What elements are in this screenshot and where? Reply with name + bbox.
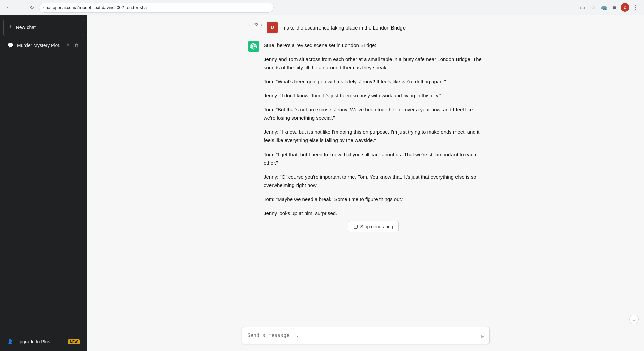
ai-para-6: Jenny: "Of course you're important to me… (264, 173, 483, 190)
new-chat-button[interactable]: + New chat (3, 19, 84, 36)
reload-button[interactable]: ↻ (27, 3, 36, 12)
chat-item-actions: ✎ 🗑 (65, 42, 80, 48)
ai-para-1: Tom: "What's been going on with us latel… (264, 77, 483, 86)
send-button[interactable]: ➤ (479, 332, 486, 341)
delete-chat-button[interactable]: 🗑 (73, 42, 80, 48)
nav-buttons: ← → ↻ (4, 3, 36, 12)
ai-avatar (248, 41, 259, 52)
app-container: + New chat 💬 Murder Mystery Plot. ✎ 🗑 👤 … (0, 15, 644, 351)
browser-chrome: ← → ↻ chat.openai.com/?model=text-davinc… (0, 0, 644, 15)
address-bar[interactable]: chat.openai.com/?model=text-davinci-002-… (39, 3, 274, 13)
extensions-button[interactable]: 🦏 (599, 3, 608, 12)
prev-message-arrow[interactable]: ‹ (248, 22, 250, 27)
sidebar: + New chat 💬 Murder Mystery Plot. ✎ 🗑 👤 … (0, 15, 87, 351)
ai-para-8: Jenny looks up at him, surprised. (264, 209, 483, 218)
url-text: chat.openai.com/?model=text-davinci-002-… (43, 5, 147, 10)
user-avatar: D (267, 22, 278, 33)
ai-intro: Sure, here's a revised scene set in Lond… (264, 41, 483, 50)
main-content: ‹ 2/2 › D make the occurrence taking pla… (87, 15, 644, 351)
message-group: ‹ 2/2 › D make the occurrence taking pla… (241, 22, 490, 232)
new-chat-label: New chat (16, 25, 36, 30)
ai-para-4: Jenny: "I know, but it's not like I'm do… (264, 128, 483, 145)
menu-button[interactable]: ⋮ (631, 3, 640, 12)
user-icon: 👤 (7, 339, 13, 344)
ai-message-content: Sure, here's a revised scene set in Lond… (264, 41, 483, 232)
chat-item-label: Murder Mystery Plot. (17, 43, 62, 48)
chat-item-murder-mystery[interactable]: 💬 Murder Mystery Plot. ✎ 🗑 (3, 39, 85, 52)
openai-logo-icon (250, 43, 257, 50)
stop-button-label: Stop generating (360, 224, 393, 229)
ai-message-text: Sure, here's a revised scene set in Lond… (264, 41, 483, 218)
browser-actions: ▭ ☆ 🦏 ■ D ⋮ (578, 3, 640, 12)
input-area: ➤ (87, 323, 644, 351)
stop-generating-button[interactable]: Stop generating (348, 221, 399, 232)
edit-chat-button[interactable]: ✎ (65, 42, 71, 48)
chat-item-icon: 💬 (7, 42, 14, 48)
sidebar-bottom: 👤 Upgrade to Plus NEW (0, 332, 87, 351)
upgrade-button[interactable]: 👤 Upgrade to Plus NEW (3, 336, 84, 348)
forward-button[interactable]: → (15, 3, 25, 12)
new-chat-plus-icon: + (9, 24, 13, 31)
puzzle-button[interactable]: ■ (610, 3, 619, 12)
stop-generating-row: Stop generating (264, 221, 483, 232)
ai-para-3: Tom: "But that's not an excuse, Jenny. W… (264, 105, 483, 122)
upgrade-label: Upgrade to Plus (16, 339, 50, 344)
back-button[interactable]: ← (4, 3, 13, 12)
cast-button[interactable]: ▭ (578, 3, 587, 12)
user-message-row: ‹ 2/2 › D make the occurrence taking pla… (248, 22, 483, 33)
new-badge: NEW (68, 339, 80, 344)
input-wrapper: ➤ (241, 327, 490, 346)
message-input[interactable] (241, 327, 490, 344)
message-nav: ‹ 2/2 › (248, 22, 262, 27)
stop-icon (354, 225, 358, 229)
bookmark-button[interactable]: ☆ (588, 3, 598, 12)
scroll-down-icon: ↓ (633, 317, 635, 322)
chat-area: ‹ 2/2 › D make the occurrence taking pla… (87, 15, 644, 323)
ai-para-2: Jenny: "I don't know, Tom. It's just bee… (264, 91, 483, 100)
user-message-text: make the occurrence taking place in the … (282, 22, 406, 32)
scroll-down-button[interactable]: ↓ (629, 315, 639, 324)
ai-message-row: Sure, here's a revised scene set in Lond… (248, 41, 483, 232)
ai-para-7: Tom: "Maybe we need a break. Some time t… (264, 195, 483, 204)
message-counter: 2/2 (252, 22, 258, 27)
next-message-arrow[interactable]: › (261, 22, 262, 27)
profile-button[interactable]: D (621, 3, 629, 12)
ai-para-0: Jenny and Tom sit across from each other… (264, 55, 483, 72)
ai-para-5: Tom: "I get that, but I need to know tha… (264, 150, 483, 167)
